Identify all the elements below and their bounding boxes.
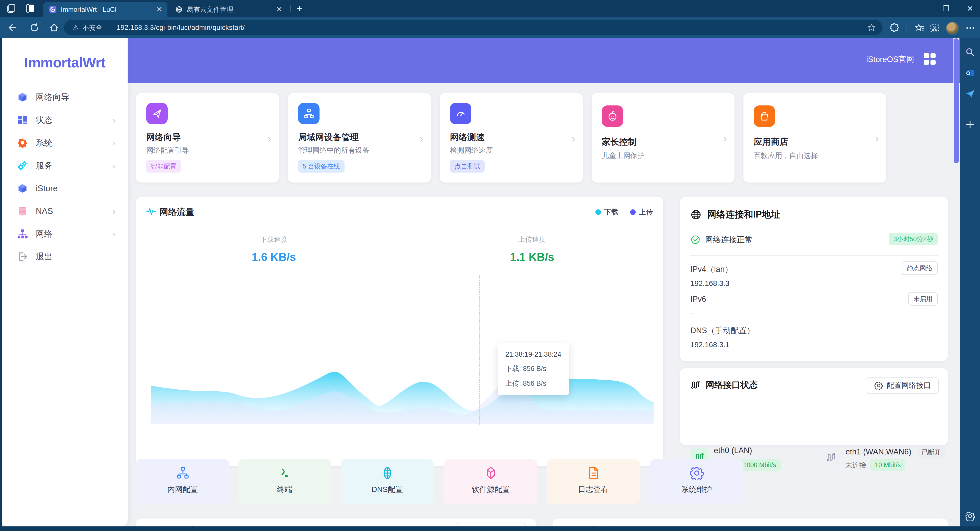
network-traffic-card: 网络流量 下载 上传 下载速度 1.6 KB/s 上传速度 1.1 KB/s bbox=[136, 197, 663, 466]
tooltip-download: 下载: 856 B/s bbox=[505, 364, 562, 373]
maximize-button[interactable]: ❐ bbox=[938, 0, 954, 17]
rail-settings-gear-icon[interactable] bbox=[965, 511, 975, 521]
disconnected-badge: 已断开 bbox=[917, 446, 945, 459]
bookmark-star-icon[interactable] bbox=[867, 23, 876, 32]
apps-grid-icon[interactable] bbox=[924, 53, 935, 65]
refresh-icon[interactable] bbox=[29, 22, 40, 33]
services-gears-icon bbox=[17, 160, 28, 171]
chevron-right-icon: › bbox=[113, 138, 115, 148]
home-icon[interactable] bbox=[49, 22, 59, 33]
card-title: 家长控制 bbox=[602, 136, 636, 148]
rail-add-icon[interactable] bbox=[965, 120, 975, 130]
chevron-right-icon: › bbox=[113, 115, 115, 125]
quick-action-terminal[interactable]: 终端 bbox=[238, 459, 331, 504]
sidebar-item-network-wizard[interactable]: 网络向导 bbox=[8, 87, 121, 107]
download-value: 1.6 KB/s bbox=[223, 251, 325, 263]
feature-card-parental-control[interactable]: 家长控制 儿童上网保护 › bbox=[592, 93, 735, 183]
status-grid-icon bbox=[17, 114, 28, 126]
sidebar-item-label: iStore bbox=[36, 183, 58, 193]
profile-avatar[interactable] bbox=[946, 22, 959, 35]
sidebar-item-system[interactable]: 系统 › bbox=[8, 132, 121, 153]
tooltip-time: 21:38:19-21:38:24 bbox=[505, 351, 562, 359]
child-face-icon bbox=[602, 105, 623, 127]
extensions-puzzle-icon[interactable] bbox=[889, 23, 899, 33]
workspaces-icon[interactable] bbox=[6, 3, 17, 14]
traffic-title: 网络流量 bbox=[159, 206, 194, 218]
chevron-right-icon: › bbox=[420, 133, 423, 145]
card-title: 网络向导 bbox=[146, 131, 181, 143]
quick-action-lan-config[interactable]: 内网配置 bbox=[136, 459, 229, 504]
globe-favicon bbox=[175, 6, 183, 13]
chevron-right-icon: › bbox=[572, 133, 575, 145]
quick-action-log-viewer[interactable]: 日志查看 bbox=[547, 459, 640, 504]
storage-drop-icon bbox=[563, 525, 574, 526]
connection-status: 网络连接正常 bbox=[690, 234, 752, 245]
back-icon[interactable] bbox=[6, 22, 16, 33]
close-button[interactable]: ✕ bbox=[962, 0, 978, 17]
feature-card-lan-devices[interactable]: 局域网设备管理 管理网络中的所有设备 5 台设备在线 › bbox=[288, 93, 431, 183]
dns-value: 192.168.3.1 bbox=[690, 341, 729, 349]
toolbar-divider bbox=[907, 24, 907, 32]
quick-action-software-source[interactable]: 软件源配置 bbox=[444, 459, 537, 504]
minimize-button[interactable]: — bbox=[912, 0, 928, 17]
sidebar-item-network[interactable]: 网络 › bbox=[8, 224, 121, 244]
feature-card-network-wizard[interactable]: 网络向导 网络配置引导 智能配置 › bbox=[136, 93, 279, 183]
feature-card-speedtest[interactable]: 网络测速 检测网络速度 点击测试 › bbox=[440, 93, 583, 183]
page-scrollbar-track[interactable] bbox=[953, 38, 959, 526]
tab-immortalwrt[interactable]: ImmortalWrt - LuCI ✕ bbox=[43, 2, 167, 17]
shopping-bag-icon bbox=[754, 105, 775, 127]
tab-close-icon[interactable]: ✕ bbox=[156, 6, 162, 13]
chevron-right-icon: › bbox=[724, 133, 727, 145]
address-bar[interactable]: ⚠ 不安全 192.168.3.3/cgi-bin/luci/admin/qui… bbox=[64, 20, 883, 35]
web-capture-icon[interactable] bbox=[929, 23, 940, 33]
connection-header: 网络连接和IP地址 bbox=[690, 208, 780, 221]
sidebar-item-label: 服务 bbox=[36, 160, 52, 172]
window-frame-bottom bbox=[0, 526, 980, 531]
card-title: 应用商店 bbox=[754, 136, 788, 148]
istoreos-site-link[interactable]: iStoreOS官网 bbox=[866, 54, 914, 65]
url-text[interactable]: 192.168.3.3/cgi-bin/luci/admin/quickstar… bbox=[117, 24, 245, 32]
chevron-right-icon: › bbox=[113, 161, 115, 171]
more-menu-icon[interactable] bbox=[965, 23, 975, 33]
sidebar-item-nas[interactable]: NAS › bbox=[8, 201, 121, 221]
insecure-warning-icon[interactable]: ⚠ bbox=[73, 24, 79, 32]
window-frame-left bbox=[0, 38, 2, 526]
luci-quickstart-page: iStoreOS官网 ImmortalWrt 网络向导 bbox=[2, 38, 960, 526]
logout-icon bbox=[17, 251, 28, 262]
tab-close-icon[interactable]: ✕ bbox=[277, 6, 282, 13]
traffic-area-chart[interactable] bbox=[151, 370, 654, 424]
new-tab-button[interactable]: + bbox=[294, 3, 305, 14]
tab-actions-icon[interactable] bbox=[25, 3, 35, 14]
sidebar-item-status[interactable]: 状态 › bbox=[8, 110, 121, 130]
card-title: 局域网设备管理 bbox=[298, 131, 359, 143]
device-info-card: 设备信息 近1小时负载 ▾ bbox=[136, 518, 536, 526]
divider bbox=[812, 409, 812, 429]
load-range-dropdown[interactable]: 近1小时负载 ▾ bbox=[457, 523, 526, 526]
quick-action-dns-config[interactable]: DNS配置 bbox=[341, 459, 434, 504]
card-title: 网络测速 bbox=[450, 131, 485, 143]
card-badge: 智能配置 bbox=[146, 160, 181, 172]
security-label: 不安全 bbox=[83, 23, 102, 32]
download-dot-icon bbox=[595, 209, 601, 215]
sidebar-item-services[interactable]: 服务 › bbox=[8, 155, 121, 176]
quick-action-label: 日志查看 bbox=[547, 484, 640, 495]
package-icon bbox=[484, 466, 498, 480]
dns-label: DNS（手动配置） bbox=[690, 325, 754, 336]
sidebar-item-logout[interactable]: 退出 bbox=[8, 246, 121, 267]
configure-interfaces-button[interactable]: 配置网络接口 bbox=[867, 377, 939, 394]
divider bbox=[690, 255, 938, 256]
sidebar-item-label: 状态 bbox=[36, 114, 52, 126]
sidebar-item-istore[interactable]: iStore bbox=[8, 178, 121, 199]
device-laptop-icon bbox=[146, 525, 158, 526]
page-scrollbar-thumb[interactable] bbox=[954, 38, 959, 163]
tab-yiyoucloud[interactable]: 易有云文件管理 ✕ bbox=[169, 2, 287, 17]
drop-icon[interactable] bbox=[965, 89, 975, 99]
sidebar-search-icon[interactable] bbox=[965, 47, 975, 57]
upload-value: 1.1 KB/s bbox=[481, 251, 583, 263]
upload-stat: 上传速度 1.1 KB/s bbox=[481, 235, 583, 263]
lan-topology-icon bbox=[176, 466, 190, 480]
feature-card-app-store[interactable]: 应用商店 百款应用，自由选择 › bbox=[743, 93, 886, 183]
outlook-icon[interactable] bbox=[965, 68, 975, 78]
quick-action-system-maintenance[interactable]: 系统维护 bbox=[650, 459, 743, 504]
favorites-icon[interactable] bbox=[915, 23, 925, 33]
